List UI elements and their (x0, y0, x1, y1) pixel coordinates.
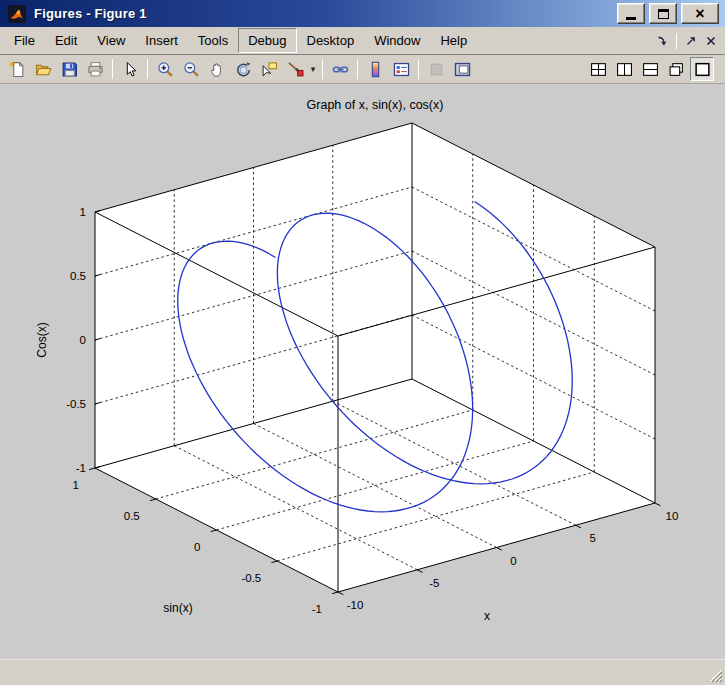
insert-legend-button[interactable] (389, 57, 413, 81)
print-figure-button[interactable] (83, 57, 107, 81)
rotate-3d-button[interactable] (231, 57, 255, 81)
edit-plot-button[interactable] (118, 57, 142, 81)
tile-columns-button[interactable] (612, 57, 636, 81)
minimize-button[interactable] (617, 3, 645, 24)
toolbar: ▾ (0, 55, 725, 84)
z-tick-label: 0 (80, 334, 86, 346)
y-axis-label: sin(x) (163, 601, 192, 615)
save-figure-button[interactable] (57, 57, 81, 81)
x-tick-label: 10 (666, 510, 679, 522)
z-tick-label: -0.5 (66, 398, 86, 410)
y-tick-label: 0.5 (124, 510, 140, 522)
y-tick-label: 1 (73, 479, 79, 491)
float-windows-button[interactable] (664, 57, 688, 81)
y-tick-label: -1 (312, 603, 322, 615)
data-cursor-button[interactable] (257, 57, 281, 81)
tile-grid-button[interactable] (586, 57, 610, 81)
menu-help[interactable]: Help (430, 28, 477, 53)
window-title: Figures - Figure 1 (34, 6, 617, 21)
maximize-icon (658, 9, 669, 19)
zoom-out-button[interactable] (179, 57, 203, 81)
plot-title: Graph of x, sin(x), cos(x) (307, 98, 444, 112)
toolbar-separator (147, 59, 148, 79)
close-icon: × (695, 7, 704, 21)
menu-tools[interactable]: Tools (188, 28, 238, 53)
x-axis-label: x (484, 609, 490, 623)
menu-insert[interactable]: Insert (135, 28, 188, 53)
y-tick-label: -0.5 (241, 572, 261, 584)
toolbar-separator (322, 59, 323, 79)
toolbar-separator (357, 59, 358, 79)
x-tick-label: -10 (347, 599, 364, 611)
y-tick-label: 0 (194, 541, 200, 553)
menu-window[interactable]: Window (364, 28, 430, 53)
brush-dropdown-caret[interactable]: ▾ (308, 64, 318, 74)
z-tick-label: 0.5 (70, 270, 86, 282)
x-tick-label: 5 (590, 532, 596, 544)
toolbar-main-group: ▾ (4, 57, 475, 81)
menu-file[interactable]: File (4, 28, 45, 53)
tile-rows-button[interactable] (638, 57, 662, 81)
z-tick-label: 1 (80, 206, 86, 218)
show-plot-tools-button[interactable] (450, 57, 474, 81)
menu-view[interactable]: View (87, 28, 135, 53)
minimize-icon (626, 17, 636, 20)
toolbar-separator (418, 59, 419, 79)
open-file-button[interactable] (31, 57, 55, 81)
z-axis-label: Cos(x) (35, 322, 49, 357)
maximize-button[interactable] (649, 3, 677, 24)
menu-edit[interactable]: Edit (45, 28, 87, 53)
statusbar (0, 659, 725, 685)
x-tick-label: -5 (429, 577, 439, 589)
zoom-in-button[interactable] (153, 57, 177, 81)
maximize-tile-button[interactable] (690, 57, 714, 81)
close-button[interactable]: × (681, 3, 719, 24)
menu-desktop[interactable]: Desktop (297, 28, 365, 53)
menubar-window-icons (652, 33, 721, 49)
titlebar[interactable]: Figures - Figure 1 × (0, 0, 725, 27)
menu-items: FileEditViewInsertToolsDebugDesktopWindo… (4, 28, 477, 53)
brush-data-button[interactable] (283, 57, 307, 81)
x-tick-label: 0 (510, 555, 516, 567)
undock-figure-icon[interactable] (683, 33, 699, 49)
toolbar-layout-group (585, 57, 715, 81)
dock-figure-icon[interactable] (654, 33, 670, 49)
matlab-logo-icon (8, 5, 26, 23)
new-figure-button[interactable] (5, 57, 29, 81)
pan-button[interactable] (205, 57, 229, 81)
window-controls: × (617, 3, 719, 24)
menubar: FileEditViewInsertToolsDebugDesktopWindo… (0, 27, 725, 55)
link-plot-button[interactable] (328, 57, 352, 81)
plot-axes[interactable]: -10-50510-1-0.500.51-1-0.500.51xsin(x)Co… (0, 84, 725, 659)
resize-grip[interactable] (709, 669, 723, 683)
figure-canvas: -10-50510-1-0.500.51-1-0.500.51xsin(x)Co… (0, 84, 725, 659)
z-tick-label: -1 (76, 462, 86, 474)
toolbar-separator (112, 59, 113, 79)
menu-debug[interactable]: Debug (238, 28, 296, 53)
figure-window: Figures - Figure 1 × FileEditViewInsertT… (0, 0, 725, 685)
menubar-separator (676, 33, 677, 49)
close-figure-icon[interactable] (703, 33, 719, 49)
insert-colorbar-button[interactable] (363, 57, 387, 81)
hide-plot-tools-button (424, 57, 448, 81)
